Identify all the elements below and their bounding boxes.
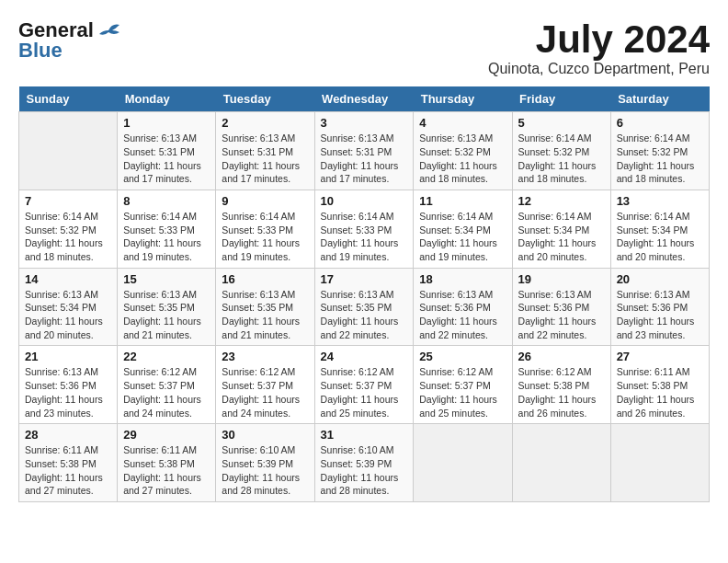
calendar-week-row: 1Sunrise: 6:13 AM Sunset: 5:31 PM Daylig… xyxy=(19,112,710,190)
day-info: Sunrise: 6:14 AM Sunset: 5:32 PM Dayligh… xyxy=(617,132,703,186)
day-number: 25 xyxy=(419,350,506,363)
day-info: Sunrise: 6:12 AM Sunset: 5:37 PM Dayligh… xyxy=(419,365,506,419)
day-info: Sunrise: 6:13 AM Sunset: 5:35 PM Dayligh… xyxy=(222,288,308,342)
day-info: Sunrise: 6:12 AM Sunset: 5:37 PM Dayligh… xyxy=(321,365,408,419)
day-number: 6 xyxy=(617,116,703,130)
day-number: 30 xyxy=(222,428,308,442)
day-number: 1 xyxy=(123,116,210,130)
title-section: July 2024 Quinota, Cuzco Department, Per… xyxy=(488,18,710,77)
day-info: Sunrise: 6:13 AM Sunset: 5:32 PM Dayligh… xyxy=(419,132,506,186)
calendar-cell: 19Sunrise: 6:13 AM Sunset: 5:36 PM Dayli… xyxy=(512,268,610,346)
day-info: Sunrise: 6:13 AM Sunset: 5:31 PM Dayligh… xyxy=(321,132,408,186)
day-info: Sunrise: 6:13 AM Sunset: 5:35 PM Dayligh… xyxy=(321,288,408,342)
day-number: 29 xyxy=(123,428,210,442)
calendar-cell: 22Sunrise: 6:12 AM Sunset: 5:37 PM Dayli… xyxy=(118,346,216,424)
day-info: Sunrise: 6:10 AM Sunset: 5:39 PM Dayligh… xyxy=(321,443,408,498)
day-number: 3 xyxy=(321,116,408,130)
calendar-week-row: 7Sunrise: 6:14 AM Sunset: 5:32 PM Daylig… xyxy=(19,190,710,268)
calendar-cell: 6Sunrise: 6:14 AM Sunset: 5:32 PM Daylig… xyxy=(610,112,709,190)
day-info: Sunrise: 6:13 AM Sunset: 5:36 PM Dayligh… xyxy=(518,288,605,342)
day-info: Sunrise: 6:14 AM Sunset: 5:32 PM Dayligh… xyxy=(518,132,605,186)
day-info: Sunrise: 6:14 AM Sunset: 5:33 PM Dayligh… xyxy=(222,210,308,264)
calendar-cell: 11Sunrise: 6:14 AM Sunset: 5:34 PM Dayli… xyxy=(414,190,512,268)
calendar-cell: 13Sunrise: 6:14 AM Sunset: 5:34 PM Dayli… xyxy=(610,190,709,268)
calendar-cell: 25Sunrise: 6:12 AM Sunset: 5:37 PM Dayli… xyxy=(414,346,512,424)
day-number: 14 xyxy=(25,272,111,286)
day-number: 2 xyxy=(222,116,308,130)
calendar-cell xyxy=(610,424,709,502)
calendar-cell: 20Sunrise: 6:13 AM Sunset: 5:36 PM Dayli… xyxy=(610,268,709,346)
day-info: Sunrise: 6:13 AM Sunset: 5:36 PM Dayligh… xyxy=(419,288,506,342)
day-info: Sunrise: 6:14 AM Sunset: 5:34 PM Dayligh… xyxy=(419,210,506,264)
day-info: Sunrise: 6:11 AM Sunset: 5:38 PM Dayligh… xyxy=(123,443,210,498)
day-info: Sunrise: 6:13 AM Sunset: 5:34 PM Dayligh… xyxy=(25,288,111,342)
calendar-week-row: 21Sunrise: 6:13 AM Sunset: 5:36 PM Dayli… xyxy=(19,346,710,424)
day-of-week-header: Sunday xyxy=(19,86,118,112)
day-of-week-header: Thursday xyxy=(414,86,512,112)
calendar-cell: 8Sunrise: 6:14 AM Sunset: 5:33 PM Daylig… xyxy=(118,190,216,268)
day-info: Sunrise: 6:11 AM Sunset: 5:38 PM Dayligh… xyxy=(617,365,703,419)
day-number: 28 xyxy=(25,428,111,442)
month-year-title: July 2024 xyxy=(488,18,710,61)
logo-bird-icon xyxy=(96,21,121,40)
day-info: Sunrise: 6:13 AM Sunset: 5:35 PM Dayligh… xyxy=(123,288,210,342)
day-info: Sunrise: 6:10 AM Sunset: 5:39 PM Dayligh… xyxy=(222,443,308,498)
calendar-cell: 27Sunrise: 6:11 AM Sunset: 5:38 PM Dayli… xyxy=(610,346,709,424)
calendar-cell: 29Sunrise: 6:11 AM Sunset: 5:38 PM Dayli… xyxy=(118,424,216,502)
calendar-header-row: SundayMondayTuesdayWednesdayThursdayFrid… xyxy=(19,86,710,112)
day-number: 7 xyxy=(25,194,111,208)
logo-blue-text: Blue xyxy=(18,39,63,63)
header: General Blue July 2024 Quinota, Cuzco De… xyxy=(18,18,710,77)
day-number: 9 xyxy=(222,194,308,208)
day-number: 15 xyxy=(123,272,210,286)
day-info: Sunrise: 6:12 AM Sunset: 5:37 PM Dayligh… xyxy=(222,365,308,419)
day-info: Sunrise: 6:13 AM Sunset: 5:36 PM Dayligh… xyxy=(617,288,703,342)
day-info: Sunrise: 6:13 AM Sunset: 5:31 PM Dayligh… xyxy=(222,132,308,186)
calendar-cell: 21Sunrise: 6:13 AM Sunset: 5:36 PM Dayli… xyxy=(19,346,118,424)
calendar-cell: 28Sunrise: 6:11 AM Sunset: 5:38 PM Dayli… xyxy=(19,424,118,502)
calendar-cell: 23Sunrise: 6:12 AM Sunset: 5:37 PM Dayli… xyxy=(216,346,314,424)
day-info: Sunrise: 6:13 AM Sunset: 5:31 PM Dayligh… xyxy=(123,132,210,186)
day-info: Sunrise: 6:11 AM Sunset: 5:38 PM Dayligh… xyxy=(25,443,111,498)
calendar-cell: 18Sunrise: 6:13 AM Sunset: 5:36 PM Dayli… xyxy=(414,268,512,346)
day-number: 18 xyxy=(419,272,506,286)
day-number: 27 xyxy=(617,350,703,363)
day-of-week-header: Friday xyxy=(512,86,610,112)
day-number: 13 xyxy=(617,194,703,208)
calendar-cell xyxy=(414,424,512,502)
calendar-cell xyxy=(512,424,610,502)
day-number: 24 xyxy=(321,350,408,363)
day-info: Sunrise: 6:14 AM Sunset: 5:33 PM Dayligh… xyxy=(123,210,210,264)
day-info: Sunrise: 6:12 AM Sunset: 5:38 PM Dayligh… xyxy=(518,365,605,419)
day-number: 8 xyxy=(123,194,210,208)
day-info: Sunrise: 6:13 AM Sunset: 5:36 PM Dayligh… xyxy=(25,365,111,419)
calendar-cell: 15Sunrise: 6:13 AM Sunset: 5:35 PM Dayli… xyxy=(118,268,216,346)
day-number: 31 xyxy=(321,428,408,442)
day-of-week-header: Wednesday xyxy=(314,86,414,112)
day-number: 10 xyxy=(321,194,408,208)
calendar-cell: 9Sunrise: 6:14 AM Sunset: 5:33 PM Daylig… xyxy=(216,190,314,268)
day-info: Sunrise: 6:14 AM Sunset: 5:34 PM Dayligh… xyxy=(518,210,605,264)
calendar-week-row: 28Sunrise: 6:11 AM Sunset: 5:38 PM Dayli… xyxy=(19,424,710,502)
calendar-cell: 14Sunrise: 6:13 AM Sunset: 5:34 PM Dayli… xyxy=(19,268,118,346)
day-of-week-header: Tuesday xyxy=(216,86,314,112)
calendar-cell: 30Sunrise: 6:10 AM Sunset: 5:39 PM Dayli… xyxy=(216,424,314,502)
calendar-cell: 12Sunrise: 6:14 AM Sunset: 5:34 PM Dayli… xyxy=(512,190,610,268)
day-info: Sunrise: 6:12 AM Sunset: 5:37 PM Dayligh… xyxy=(123,365,210,419)
calendar-cell: 1Sunrise: 6:13 AM Sunset: 5:31 PM Daylig… xyxy=(118,112,216,190)
day-number: 5 xyxy=(518,116,605,130)
day-number: 22 xyxy=(123,350,210,363)
day-info: Sunrise: 6:14 AM Sunset: 5:32 PM Dayligh… xyxy=(25,210,111,264)
day-number: 20 xyxy=(617,272,703,286)
logo: General Blue xyxy=(18,18,121,63)
day-number: 21 xyxy=(25,350,111,363)
day-number: 17 xyxy=(321,272,408,286)
day-info: Sunrise: 6:14 AM Sunset: 5:34 PM Dayligh… xyxy=(617,210,703,264)
calendar-table: SundayMondayTuesdayWednesdayThursdayFrid… xyxy=(18,86,710,502)
location-subtitle: Quinota, Cuzco Department, Peru xyxy=(488,61,710,77)
calendar-cell: 7Sunrise: 6:14 AM Sunset: 5:32 PM Daylig… xyxy=(19,190,118,268)
calendar-cell: 3Sunrise: 6:13 AM Sunset: 5:31 PM Daylig… xyxy=(314,112,414,190)
day-number: 11 xyxy=(419,194,506,208)
calendar-cell: 16Sunrise: 6:13 AM Sunset: 5:35 PM Dayli… xyxy=(216,268,314,346)
calendar-cell: 2Sunrise: 6:13 AM Sunset: 5:31 PM Daylig… xyxy=(216,112,314,190)
